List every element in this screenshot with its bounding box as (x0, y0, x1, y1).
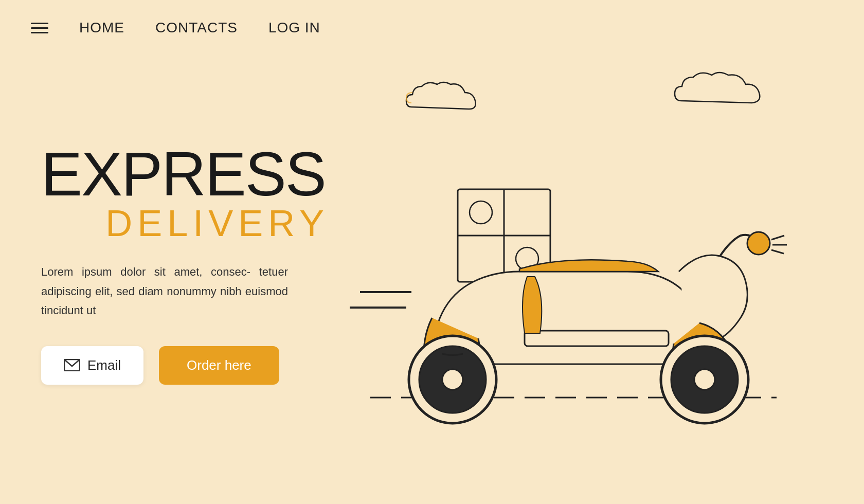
express-title: EXPRESS (41, 143, 329, 205)
order-button[interactable]: Order here (159, 346, 279, 385)
hero-description: Lorem ipsum dolor sit amet, consec- tetu… (41, 262, 288, 320)
cloud-1 (401, 76, 483, 119)
right-panel (329, 66, 823, 452)
svg-rect-19 (525, 331, 669, 346)
main-content: EXPRESS DELIVERY Lorem ipsum dolor sit a… (0, 56, 864, 452)
svg-point-15 (747, 232, 770, 255)
buttons-row: Email Order here (41, 346, 329, 385)
hamburger-menu[interactable] (31, 23, 48, 33)
navbar: HOME CONTACTS LOG IN (0, 0, 864, 56)
scooter-illustration (329, 117, 792, 436)
svg-line-16 (771, 236, 784, 240)
svg-point-11 (442, 369, 463, 390)
cloud-2 (669, 66, 771, 114)
email-button-label: Email (87, 357, 121, 373)
nav-login[interactable]: LOG IN (268, 20, 320, 36)
delivery-title: DELIVERY (41, 205, 329, 242)
left-panel: EXPRESS DELIVERY Lorem ipsum dolor sit a… (41, 133, 329, 384)
svg-point-14 (694, 369, 715, 390)
page-wrapper: HOME CONTACTS LOG IN EXPRESS DELIVERY Lo… (0, 0, 864, 504)
nav-home[interactable]: HOME (79, 20, 124, 36)
envelope-icon (64, 359, 80, 371)
svg-line-18 (771, 250, 784, 254)
email-button[interactable]: Email (41, 346, 143, 385)
nav-contacts[interactable]: CONTACTS (155, 20, 238, 36)
